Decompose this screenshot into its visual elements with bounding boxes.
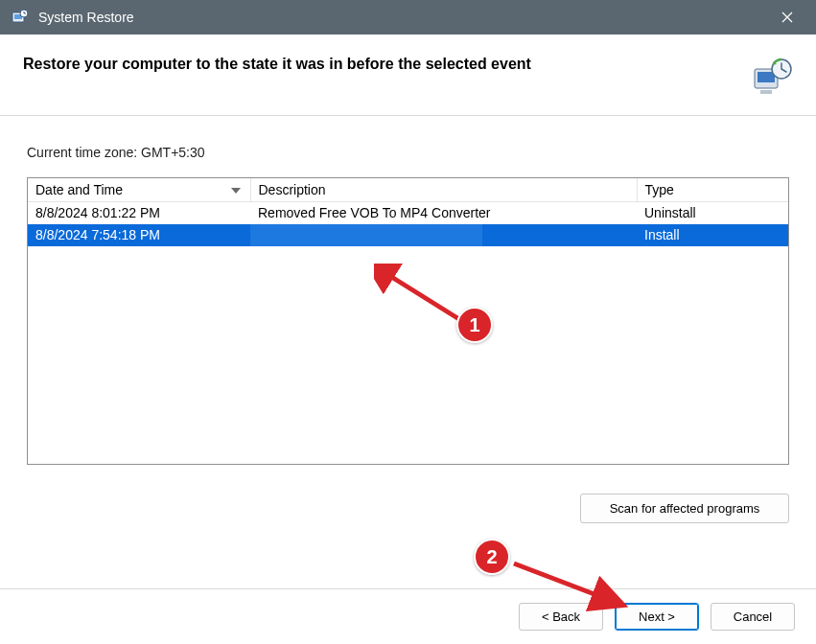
- column-header-date[interactable]: Date and Time: [28, 178, 250, 202]
- titlebar: System Restore: [0, 0, 816, 34]
- table-row-empty: [28, 401, 788, 423]
- content-area: Current time zone: GMT+5:30 Date and Tim…: [0, 116, 816, 472]
- close-button[interactable]: [766, 0, 808, 34]
- column-header-description[interactable]: Description: [250, 178, 637, 202]
- cell-description: Removed Free VOB To MP4 Converter: [250, 202, 637, 224]
- scan-row: Scan for affected programs: [0, 472, 816, 523]
- table-header-row: Date and Time Description Type: [28, 178, 788, 202]
- back-button[interactable]: < Back: [519, 603, 603, 631]
- table-row-empty: [28, 246, 788, 268]
- restore-icon: [751, 56, 793, 98]
- close-icon: [781, 12, 793, 23]
- window-title: System Restore: [38, 10, 766, 25]
- cell-description: [250, 224, 637, 246]
- cell-type: Uninstall: [637, 202, 788, 224]
- sort-descending-icon: [231, 182, 241, 197]
- cancel-button[interactable]: Cancel: [711, 603, 795, 631]
- timezone-label: Current time zone: GMT+5:30: [27, 145, 789, 160]
- next-button[interactable]: Next >: [615, 603, 699, 631]
- svg-rect-4: [758, 72, 775, 82]
- table-row-empty: [28, 379, 788, 401]
- table-row-empty: [28, 312, 788, 334]
- table-row-empty: [28, 290, 788, 312]
- column-header-type[interactable]: Type: [637, 178, 788, 202]
- cell-date: 8/8/2024 8:01:22 PM: [28, 202, 250, 224]
- table-row-empty: [28, 268, 788, 290]
- table-row-empty: [28, 356, 788, 379]
- cell-type: Install: [637, 224, 788, 246]
- table-row-empty: [28, 334, 788, 356]
- wizard-header: Restore your computer to the state it wa…: [0, 34, 816, 116]
- scan-affected-programs-button[interactable]: Scan for affected programs: [580, 494, 789, 523]
- page-title: Restore your computer to the state it wa…: [23, 56, 531, 73]
- annotation-callout-2: 2: [474, 539, 510, 575]
- table-row[interactable]: 8/8/2024 8:01:22 PM Removed Free VOB To …: [28, 202, 788, 224]
- annotation-number: 2: [474, 539, 510, 575]
- cell-date: 8/8/2024 7:54:18 PM: [28, 224, 250, 246]
- table-row-empty: [28, 423, 788, 445]
- column-label: Description: [259, 182, 326, 197]
- wizard-footer: < Back Next > Cancel: [0, 588, 816, 644]
- svg-rect-5: [760, 90, 772, 94]
- table-row[interactable]: 8/8/2024 7:54:18 PM Install: [28, 224, 788, 246]
- app-icon: [12, 9, 29, 26]
- column-label: Type: [645, 182, 674, 197]
- restore-points-table[interactable]: Date and Time Description Type 8/8/202: [27, 177, 789, 465]
- column-label: Date and Time: [35, 182, 123, 197]
